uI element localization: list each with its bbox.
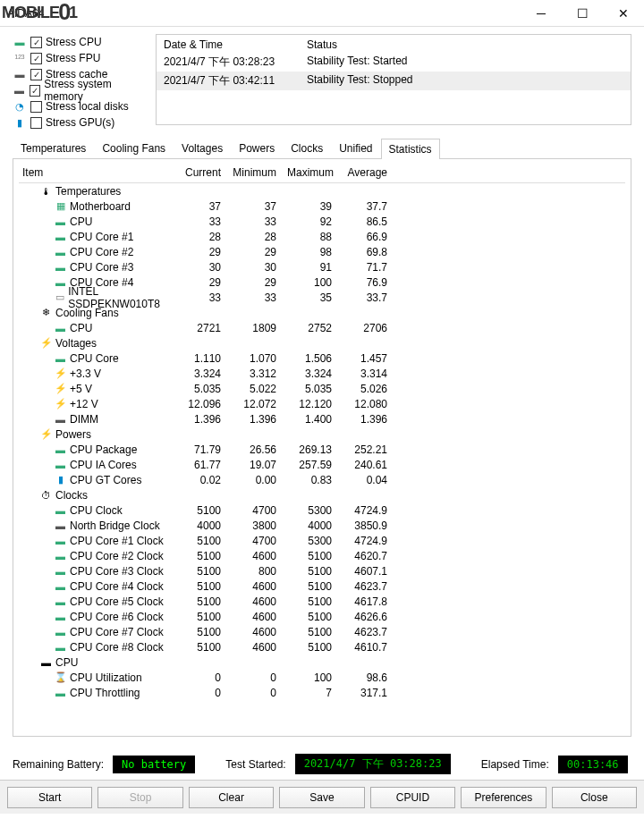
fpu-icon: ¹²³ (13, 51, 27, 65)
statistics-pane: Item Current Minimum Maximum Average 🌡Te… (13, 159, 631, 737)
stats-row[interactable]: ▬DIMM 1.396 1.396 1.400 1.396 (19, 411, 625, 426)
close-button[interactable]: ✕ (603, 0, 644, 27)
preferences-button[interactable]: Preferences (461, 787, 546, 808)
close-footer-button[interactable]: Close (552, 787, 637, 808)
col-minimum: Minimum (232, 166, 287, 179)
val-average: 12.080 (343, 398, 398, 410)
battery-label: Remaining Battery: (13, 758, 104, 771)
stats-row[interactable]: ▬CPU Core #8 Clock 5100 4600 5100 4610.7 (19, 639, 625, 654)
stats-row[interactable]: ⚡+3.3 V 3.324 3.312 3.324 3.314 (19, 366, 625, 381)
tab-cooling-fans[interactable]: Cooling Fans (94, 138, 174, 158)
v-icon: ⚡ (55, 398, 66, 410)
button-bar: Start Stop Clear Save CPUID Preferences … (0, 780, 644, 814)
item-name: CPU Throttling (70, 687, 140, 699)
checkbox[interactable] (30, 101, 42, 113)
cpuid-button[interactable]: CPUID (370, 787, 455, 808)
col-average: Average (343, 166, 398, 179)
log-row[interactable]: 2021/4/7 下午 03:28:23Stability Test: Star… (157, 53, 631, 72)
stats-group: ⏱Clocks (19, 487, 625, 502)
val-maximum: 3.324 (287, 367, 343, 380)
stats-row[interactable]: ▬CPU Core #5 Clock 5100 4600 5100 4617.8 (19, 594, 625, 609)
stats-row[interactable]: ▭INTEL SSDPEKNW010T8 33 33 35 33.7 (19, 290, 625, 305)
window-title: AIDA64 (7, 7, 521, 20)
dimm-icon: ▬ (55, 413, 66, 425)
val-current: 5100 (176, 580, 232, 593)
val-average: 4724.9 (343, 504, 398, 517)
elapsed-value: 00:13:46 (558, 756, 628, 773)
mb-icon: ▦ (55, 200, 66, 212)
stats-row[interactable]: ▬CPU Core #2 29 29 98 69.8 (19, 244, 625, 259)
stats-row[interactable]: ▬CPU Core #1 28 28 88 66.9 (19, 229, 625, 244)
stats-row[interactable]: ▬CPU IA Cores 61.77 19.07 257.59 240.61 (19, 457, 625, 472)
group-label: CPU (55, 656, 78, 669)
val-average: 5.026 (343, 383, 398, 395)
stats-row[interactable]: ▮CPU GT Cores 0.02 0.00 0.83 0.04 (19, 472, 625, 487)
tab-statistics[interactable]: Statistics (381, 139, 440, 159)
val-maximum: 12.120 (287, 398, 343, 410)
tab-clocks[interactable]: Clocks (283, 138, 331, 158)
stats-row[interactable]: ▬CPU 2721 1809 2752 2706 (19, 320, 625, 335)
stop-button[interactable]: Stop (97, 787, 182, 808)
stats-row[interactable]: ▬CPU Core #4 Clock 5100 4600 5100 4623.7 (19, 578, 625, 594)
checkbox[interactable]: ✓ (30, 85, 40, 97)
val-current: 5100 (176, 535, 232, 547)
stats-row[interactable]: ▬CPU Core #2 Clock 5100 4600 5100 4620.7 (19, 548, 625, 563)
cpu-icon: ▬ (55, 580, 66, 592)
maximize-button[interactable]: ☐ (562, 0, 603, 27)
minimize-button[interactable]: ─ (521, 0, 562, 27)
stats-row[interactable]: ▦Motherboard 37 37 39 37.7 (19, 198, 625, 214)
clear-button[interactable]: Clear (189, 787, 274, 808)
stats-row[interactable]: ▬CPU Clock 5100 4700 5300 4724.9 (19, 502, 625, 518)
tab-powers[interactable]: Powers (231, 138, 283, 158)
stats-row[interactable]: ▬CPU 33 33 92 86.5 (19, 214, 625, 229)
cpu-icon: ▬ (55, 504, 66, 516)
checkbox[interactable]: ✓ (30, 53, 42, 64)
val-current: 5100 (176, 595, 232, 608)
val-current: 0 (176, 671, 232, 684)
checkbox[interactable]: ✓ (30, 37, 42, 48)
log-row[interactable]: 2021/4/7 下午 03:42:11Stability Test: Stop… (157, 72, 631, 90)
checkbox[interactable]: ✓ (30, 69, 42, 80)
val-maximum: 1.400 (287, 413, 343, 426)
val-average: 4620.7 (343, 550, 398, 562)
tab-unified[interactable]: Unified (331, 138, 380, 158)
val-average: 317.1 (343, 687, 398, 699)
stats-row[interactable]: ▬CPU Core #7 Clock 5100 4600 5100 4623.7 (19, 624, 625, 639)
tab-voltages[interactable]: Voltages (174, 138, 231, 158)
gpu-icon: ▮ (13, 115, 27, 130)
stats-row[interactable]: ▬CPU Core #3 30 30 91 71.7 (19, 259, 625, 274)
stats-row[interactable]: ▬CPU Core 1.110 1.070 1.506 1.457 (19, 350, 625, 366)
stats-row[interactable]: ▬CPU Core #1 Clock 5100 4700 5300 4724.9 (19, 533, 625, 548)
val-maximum: 39 (287, 200, 343, 213)
stats-row[interactable]: ▬CPU Core #3 Clock 5100 800 5100 4607.1 (19, 563, 625, 578)
val-average: 4617.8 (343, 595, 398, 608)
stats-row[interactable]: ⌛CPU Utilization 0 0 100 98.6 (19, 670, 625, 685)
val-current: 0 (176, 687, 232, 699)
val-average: 76.9 (343, 276, 398, 289)
start-button[interactable]: Start (7, 787, 92, 808)
stats-row[interactable]: ▬CPU Throttling 0 0 7 317.1 (19, 685, 625, 700)
tab-temperatures[interactable]: Temperatures (13, 138, 94, 158)
item-name: CPU Core #2 (70, 246, 133, 258)
cpu-icon: ▬ (55, 565, 66, 577)
val-minimum: 28 (232, 231, 287, 243)
val-maximum: 100 (287, 276, 343, 289)
item-name: CPU Core #3 (70, 261, 133, 274)
val-maximum: 2752 (287, 322, 343, 334)
gt-icon: ▮ (55, 474, 66, 485)
val-minimum: 12.072 (232, 398, 287, 410)
val-maximum: 7 (287, 687, 343, 699)
stats-row[interactable]: ⚡+5 V 5.035 5.022 5.035 5.026 (19, 381, 625, 396)
elapsed-label: Elapsed Time: (481, 758, 549, 771)
val-average: 0.04 (343, 474, 398, 486)
test-started-label: Test Started: (225, 758, 285, 771)
checkbox[interactable] (30, 117, 42, 129)
stats-row[interactable]: ▬CPU Core #6 Clock 5100 4600 5100 4626.6 (19, 609, 625, 624)
save-button[interactable]: Save (279, 787, 364, 808)
val-maximum: 5100 (287, 626, 343, 638)
stats-row[interactable]: ⚡+12 V 12.096 12.072 12.120 12.080 (19, 396, 625, 411)
stats-row[interactable]: ▬CPU Package 71.79 26.56 269.13 252.21 (19, 442, 625, 457)
item-name: CPU Package (70, 443, 137, 456)
stats-row[interactable]: ▬North Bridge Clock 4000 3800 4000 3850.… (19, 518, 625, 533)
stress-item: ▮ Stress GPU(s) (13, 114, 147, 131)
